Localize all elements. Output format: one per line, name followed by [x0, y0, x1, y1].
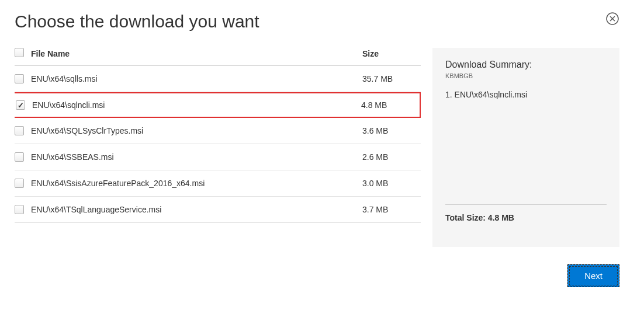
file-list-scroll[interactable]: ENU\x64\sqlls.msi35.7 MBENU\x64\sqlncli.…	[15, 66, 421, 247]
select-all-checkbox[interactable]	[15, 48, 24, 57]
summary-item: 1. ENU\x64\sqlncli.msi	[445, 90, 607, 99]
select-all-cell	[15, 48, 31, 60]
checkbox-cell	[15, 179, 31, 188]
file-list-section: File Name Size ENU\x64\sqlls.msi35.7 MBE…	[15, 48, 421, 247]
close-button[interactable]	[605, 12, 619, 26]
checkbox-cell	[15, 74, 31, 83]
file-checkbox[interactable]	[15, 205, 24, 214]
file-size: 3.7 MB	[362, 205, 421, 214]
page-title: Choose the download you want	[15, 12, 619, 32]
summary-panel: Download Summary: KBMBGB 1. ENU\x64\sqln…	[432, 48, 619, 247]
checkbox-cell	[15, 205, 31, 214]
divider	[445, 204, 607, 205]
total-size: Total Size: 4.8 MB	[445, 213, 607, 222]
file-name: ENU\x64\TSqlLanguageService.msi	[31, 205, 362, 214]
file-name: ENU\x64\SsisAzureFeaturePack_2016_x64.ms…	[31, 179, 362, 188]
checkbox-cell	[15, 152, 31, 162]
total-value: 4.8 MB	[488, 213, 514, 222]
download-chooser-modal: Choose the download you want File Name S…	[0, 0, 634, 311]
file-checkbox[interactable]	[15, 74, 24, 83]
column-header-size: Size	[362, 49, 421, 58]
file-size: 2.6 MB	[362, 152, 421, 162]
table-row: ENU\x64\SsisAzureFeaturePack_2016_x64.ms…	[15, 170, 421, 197]
table-row: ENU\x64\TSqlLanguageService.msi3.7 MB	[15, 197, 421, 223]
table-row: ENU\x64\SQLSysClrTypes.msi3.6 MB	[15, 118, 421, 144]
file-name: ENU\x64\SSBEAS.msi	[31, 152, 362, 162]
content-row: File Name Size ENU\x64\sqlls.msi35.7 MBE…	[15, 48, 619, 247]
summary-unit: KBMBGB	[445, 72, 607, 79]
file-name: ENU\x64\SQLSysClrTypes.msi	[31, 126, 362, 135]
file-checkbox[interactable]	[15, 152, 24, 162]
file-name: ENU\x64\sqlls.msi	[31, 74, 362, 83]
table-header: File Name Size	[15, 48, 421, 66]
table-row: ENU\x64\sqlncli.msi4.8 MB	[15, 92, 421, 118]
file-checkbox[interactable]	[15, 126, 24, 135]
footer: Next	[15, 264, 619, 287]
file-checkbox[interactable]	[16, 100, 25, 110]
table-row: ENU\x64\SSBEAS.msi2.6 MB	[15, 144, 421, 170]
file-size: 4.8 MB	[361, 100, 420, 110]
summary-title: Download Summary:	[445, 60, 607, 70]
file-size: 3.0 MB	[362, 179, 421, 188]
outer-scroll-frame[interactable]: Choose the download you want File Name S…	[0, 0, 644, 321]
file-name: ENU\x64\sqlncli.msi	[32, 100, 361, 110]
table-row: ENU\x64\sqlls.msi35.7 MB	[15, 66, 421, 92]
close-icon	[605, 12, 619, 26]
column-header-name: File Name	[31, 49, 362, 58]
total-label: Total Size:	[445, 213, 486, 222]
file-size: 3.6 MB	[362, 126, 421, 135]
file-checkbox[interactable]	[15, 179, 24, 188]
next-button[interactable]: Next	[567, 264, 619, 287]
checkbox-cell	[15, 126, 31, 135]
summary-list: 1. ENU\x64\sqlncli.msi	[445, 90, 607, 99]
file-size: 35.7 MB	[362, 74, 421, 83]
checkbox-cell	[16, 100, 32, 110]
